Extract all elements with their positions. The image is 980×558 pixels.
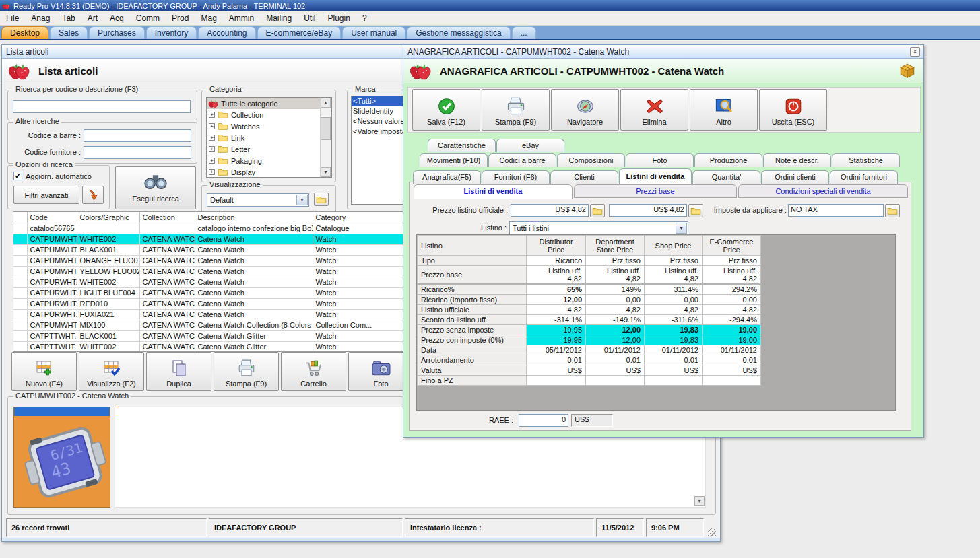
menu-acq[interactable]: Acq bbox=[104, 11, 130, 25]
chevron-down-icon[interactable]: ▼ bbox=[676, 223, 687, 234]
tab-caratteristiche[interactable]: Caratteristiche bbox=[428, 139, 496, 152]
visualizza-f2-button[interactable]: Visualizza (F2) bbox=[79, 352, 144, 391]
column-header-category[interactable]: Category bbox=[313, 212, 407, 223]
expand-plus-icon[interactable]: + bbox=[209, 158, 215, 164]
tab-anagrafica-f5[interactable]: Anagrafica(F5) bbox=[413, 170, 481, 184]
advanced-filters-button[interactable]: Filtri avanzati bbox=[13, 186, 79, 204]
pricing-column-header[interactable]: Distributor Price bbox=[527, 236, 586, 256]
column-header-item[interactable] bbox=[13, 212, 27, 223]
official-price-input-1[interactable]: US$ 4,82 bbox=[511, 204, 589, 217]
expand-plus-icon[interactable]: + bbox=[209, 123, 215, 129]
price-folder-button-2[interactable] bbox=[688, 204, 703, 217]
elimina-button[interactable]: Elimina bbox=[620, 89, 688, 131]
altro-button[interactable]: Altro bbox=[690, 89, 758, 131]
carrello-button[interactable]: Carrello bbox=[281, 352, 346, 391]
duplica-button[interactable]: Duplica bbox=[146, 352, 211, 391]
pricing-row-prezzo-con-imposte-0[interactable]: Prezzo con imposte (0%)19,9512,0019,8319… bbox=[418, 335, 761, 345]
barcode-input[interactable] bbox=[84, 129, 191, 142]
tab-ebay[interactable]: eBay bbox=[496, 139, 564, 152]
tab-clienti[interactable]: Clienti bbox=[550, 170, 618, 184]
menu-art[interactable]: Art bbox=[81, 11, 104, 25]
menu-ammin[interactable]: Ammin bbox=[223, 11, 260, 25]
uscita-esc-button[interactable]: Uscita (ESC) bbox=[759, 89, 827, 131]
official-price-input-2[interactable]: US$ 4,82 bbox=[609, 204, 687, 217]
navigatore-button[interactable]: Navigatore bbox=[551, 89, 619, 131]
pricing-table[interactable]: ListinoDistributor PriceDepartment Store… bbox=[417, 235, 895, 386]
tab-movimenti-f10[interactable]: Movimenti (F10) bbox=[420, 153, 488, 167]
supplier-code-input[interactable] bbox=[84, 146, 191, 159]
main-tab-item[interactable]: ... bbox=[512, 26, 536, 39]
menu-plugin[interactable]: Plugin bbox=[322, 11, 356, 25]
search-input[interactable] bbox=[13, 100, 191, 113]
main-tab-desktop[interactable]: Desktop bbox=[1, 26, 48, 39]
pricing-row-arrotondamento[interactable]: Arrotondamento0.010.010.010.01 bbox=[418, 355, 761, 365]
stampa-f9-button[interactable]: Stampa (F9) bbox=[214, 352, 279, 391]
menu-prod[interactable]: Prod bbox=[166, 11, 195, 25]
main-tab-inventory[interactable]: Inventory bbox=[146, 26, 197, 39]
scroll-up-icon[interactable]: ▲ bbox=[321, 98, 331, 108]
menu-util[interactable]: Util bbox=[298, 11, 321, 25]
pricing-row-sconto-da-listino-uff[interactable]: Sconto da listino uff.-314.1%-149.1%-311… bbox=[418, 315, 761, 325]
menu-anag[interactable]: Anag bbox=[25, 11, 56, 25]
expand-plus-icon[interactable]: + bbox=[209, 169, 215, 175]
main-tab-gestione-messaggistica[interactable]: Gestione messaggistica bbox=[407, 26, 510, 39]
tab-listini-di-vendita[interactable]: Listini di vendita bbox=[619, 168, 692, 184]
column-header-collection[interactable]: Collection bbox=[139, 212, 195, 223]
scroll-down-icon[interactable]: ▼ bbox=[321, 167, 331, 177]
category-tree[interactable]: Tutte le categorie+Collection+Watches+Li… bbox=[206, 97, 332, 178]
auto-update-checkbox[interactable]: ✔ bbox=[13, 172, 22, 180]
tree-item-tutte-le-categorie[interactable]: Tutte le categorie bbox=[207, 98, 331, 109]
pricing-column-header[interactable]: Department Store Price bbox=[586, 236, 645, 256]
subtab-condizioni-speciali-di-vendita[interactable]: Condizioni speciali di vendita bbox=[738, 184, 908, 198]
tree-item-collection[interactable]: +Collection bbox=[207, 109, 331, 120]
column-header-colors-graphic[interactable]: Colors/Graphic bbox=[77, 212, 139, 223]
close-icon[interactable]: × bbox=[910, 47, 920, 57]
expand-plus-icon[interactable]: + bbox=[209, 146, 215, 152]
pricing-row-fino-a-pz[interactable]: Fino a PZ bbox=[418, 376, 761, 386]
pricing-row-listino-ufficiale[interactable]: Listino ufficiale4,824,824,824,82 bbox=[418, 305, 761, 315]
tab-quantita[interactable]: Quantita' bbox=[692, 170, 760, 184]
view-select[interactable]: Default ▼ bbox=[207, 193, 309, 207]
subtab-listini-di-vendita[interactable]: Listini di vendita bbox=[414, 184, 573, 199]
advanced-filters-arrow-button[interactable] bbox=[82, 186, 104, 204]
menu-comm[interactable]: Comm bbox=[130, 11, 166, 25]
pricing-row-prezzo-base[interactable]: Prezzo baseListino uff. 4,82Listino uff.… bbox=[418, 266, 761, 285]
category-scrollbar[interactable]: ▲ ▼ bbox=[320, 98, 331, 177]
chevron-down-icon[interactable]: ▼ bbox=[296, 195, 308, 205]
tab-ordini-fornitori[interactable]: Ordini fornitori bbox=[830, 170, 898, 184]
main-tab-purchases[interactable]: Purchases bbox=[89, 26, 145, 39]
tab-statistiche[interactable]: Statistiche bbox=[832, 153, 900, 167]
tab-foto[interactable]: Foto bbox=[626, 153, 694, 167]
tree-item-pakaging[interactable]: +Pakaging bbox=[207, 155, 331, 166]
pricing-row-prezzo-senza-imposte[interactable]: Prezzo senza imposte19,9512,0019,8319,00 bbox=[418, 325, 761, 335]
taxes-input[interactable]: NO TAX bbox=[788, 204, 884, 217]
menu-mailing[interactable]: Mailing bbox=[260, 11, 298, 25]
resize-grip[interactable] bbox=[708, 528, 716, 536]
pricelist-select[interactable]: Tutti i listini ▼ bbox=[509, 221, 688, 235]
pricing-column-header[interactable]: E-Commerce Price bbox=[703, 236, 761, 256]
scroll-down-icon[interactable]: ▼ bbox=[694, 496, 705, 506]
pricing-row-ricarico[interactable]: Ricarico%65%149%311.4%294.2% bbox=[418, 284, 761, 295]
pricing-row-ricarico-importo-fisso[interactable]: Ricarico (Importo fisso)12,000,000,000,0… bbox=[418, 295, 761, 305]
tab-produzione[interactable]: Produzione bbox=[694, 153, 762, 167]
salva-f12-button[interactable]: Salva (F12) bbox=[412, 89, 480, 131]
nuovo-f4-button[interactable]: Nuovo (F4) bbox=[11, 352, 77, 391]
stampa-f9-button[interactable]: Stampa (F9) bbox=[482, 89, 550, 131]
tree-item-watches[interactable]: +Watches bbox=[207, 120, 331, 132]
pricing-row-valuta[interactable]: ValutaUS$US$US$US$ bbox=[418, 365, 761, 376]
menu-file[interactable]: File bbox=[0, 11, 25, 25]
tab-ordini-clienti[interactable]: Ordini clienti bbox=[761, 170, 829, 184]
tree-item-letter[interactable]: +Letter bbox=[207, 143, 331, 155]
main-tab-e-commerce-ebay[interactable]: E-commerce/eBay bbox=[257, 26, 341, 39]
product-image[interactable]: 6/3143 bbox=[13, 407, 110, 508]
pricing-column-header[interactable]: Shop Price bbox=[645, 236, 703, 256]
pricing-row-tipo[interactable]: TipoRicaricoPrz fissoPrz fissoPrz fisso bbox=[418, 256, 761, 266]
main-tab-accounting[interactable]: Accounting bbox=[198, 26, 255, 39]
main-tab-user-manual[interactable]: User manual bbox=[342, 26, 405, 39]
pricing-row-data[interactable]: Data05/11/201201/11/201201/11/201201/11/… bbox=[418, 345, 761, 355]
expand-plus-icon[interactable]: + bbox=[209, 112, 215, 118]
menu-mag[interactable]: Mag bbox=[195, 11, 222, 25]
tab-composizioni[interactable]: Composizioni bbox=[557, 153, 625, 167]
expand-plus-icon[interactable]: + bbox=[209, 135, 215, 141]
menu-tab[interactable]: Tab bbox=[56, 11, 81, 25]
